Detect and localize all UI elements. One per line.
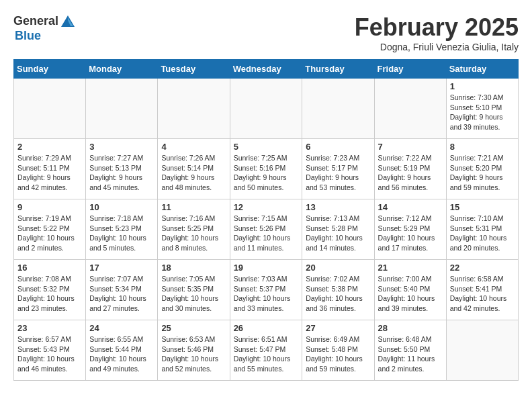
day-number: 21 — [378, 263, 443, 273]
day-cell: 17Sunrise: 7:07 AM Sunset: 5:34 PM Dayli… — [86, 260, 158, 320]
day-number: 12 — [234, 202, 299, 212]
title-area: February 2025 Dogna, Friuli Venezia Giul… — [355, 13, 519, 52]
column-header-sunday: Sunday — [14, 60, 86, 79]
day-cell: 18Sunrise: 7:05 AM Sunset: 5:35 PM Dayli… — [158, 260, 230, 320]
column-header-saturday: Saturday — [446, 60, 518, 79]
day-cell — [230, 79, 302, 139]
day-cell: 13Sunrise: 7:13 AM Sunset: 5:28 PM Dayli… — [302, 199, 374, 260]
day-info: Sunrise: 7:29 AM Sunset: 5:11 PM Dayligh… — [17, 153, 82, 193]
day-cell: 7Sunrise: 7:22 AM Sunset: 5:19 PM Daylig… — [374, 139, 446, 199]
day-cell: 25Sunrise: 6:53 AM Sunset: 5:46 PM Dayli… — [158, 320, 230, 381]
day-number: 19 — [234, 263, 299, 273]
day-number: 9 — [17, 202, 82, 212]
day-cell: 27Sunrise: 6:49 AM Sunset: 5:48 PM Dayli… — [302, 320, 374, 381]
day-info: Sunrise: 6:55 AM Sunset: 5:44 PM Dayligh… — [89, 334, 154, 374]
day-cell: 19Sunrise: 7:03 AM Sunset: 5:37 PM Dayli… — [230, 260, 302, 320]
day-info: Sunrise: 6:48 AM Sunset: 5:50 PM Dayligh… — [378, 334, 443, 374]
day-info: Sunrise: 6:49 AM Sunset: 5:48 PM Dayligh… — [306, 334, 370, 374]
day-info: Sunrise: 7:07 AM Sunset: 5:34 PM Dayligh… — [89, 274, 154, 314]
day-number: 10 — [89, 202, 154, 212]
day-cell: 11Sunrise: 7:16 AM Sunset: 5:25 PM Dayli… — [158, 199, 230, 260]
logo-blue-text: Blue — [15, 30, 76, 43]
day-info: Sunrise: 6:53 AM Sunset: 5:46 PM Dayligh… — [161, 334, 226, 374]
day-cell: 16Sunrise: 7:08 AM Sunset: 5:32 PM Dayli… — [14, 260, 86, 320]
day-info: Sunrise: 7:27 AM Sunset: 5:13 PM Dayligh… — [89, 153, 154, 193]
day-info: Sunrise: 7:08 AM Sunset: 5:32 PM Dayligh… — [17, 274, 82, 314]
day-cell — [158, 79, 230, 139]
day-info: Sunrise: 6:58 AM Sunset: 5:41 PM Dayligh… — [450, 274, 515, 314]
day-number: 24 — [89, 323, 154, 333]
day-info: Sunrise: 7:18 AM Sunset: 5:23 PM Dayligh… — [89, 214, 154, 253]
day-cell — [14, 79, 86, 139]
day-cell — [446, 320, 518, 381]
day-number: 1 — [450, 81, 515, 91]
day-info: Sunrise: 7:15 AM Sunset: 5:26 PM Dayligh… — [234, 214, 299, 253]
day-cell: 3Sunrise: 7:27 AM Sunset: 5:13 PM Daylig… — [86, 139, 158, 199]
day-cell: 6Sunrise: 7:23 AM Sunset: 5:17 PM Daylig… — [302, 139, 374, 199]
day-cell: 9Sunrise: 7:19 AM Sunset: 5:22 PM Daylig… — [14, 199, 86, 260]
day-number: 17 — [89, 263, 154, 273]
day-cell — [86, 79, 158, 139]
day-cell: 26Sunrise: 6:51 AM Sunset: 5:47 PM Dayli… — [230, 320, 302, 381]
day-number: 22 — [450, 263, 515, 273]
day-number: 13 — [306, 202, 370, 212]
day-number: 2 — [17, 142, 82, 152]
day-cell: 20Sunrise: 7:02 AM Sunset: 5:38 PM Dayli… — [302, 260, 374, 320]
column-header-wednesday: Wednesday — [230, 60, 302, 79]
logo-icon — [60, 13, 76, 30]
week-row-5: 23Sunrise: 6:57 AM Sunset: 5:43 PM Dayli… — [14, 320, 519, 381]
day-cell: 4Sunrise: 7:26 AM Sunset: 5:14 PM Daylig… — [158, 139, 230, 199]
day-info: Sunrise: 7:23 AM Sunset: 5:17 PM Dayligh… — [306, 153, 370, 193]
day-cell: 1Sunrise: 7:30 AM Sunset: 5:10 PM Daylig… — [446, 79, 518, 139]
day-number: 23 — [17, 323, 82, 333]
day-cell: 12Sunrise: 7:15 AM Sunset: 5:26 PM Dayli… — [230, 199, 302, 260]
day-cell: 21Sunrise: 7:00 AM Sunset: 5:40 PM Dayli… — [374, 260, 446, 320]
week-row-1: 1Sunrise: 7:30 AM Sunset: 5:10 PM Daylig… — [14, 79, 519, 139]
day-number: 25 — [161, 323, 226, 333]
day-info: Sunrise: 7:13 AM Sunset: 5:28 PM Dayligh… — [306, 214, 370, 253]
day-number: 5 — [234, 142, 299, 152]
day-cell: 22Sunrise: 6:58 AM Sunset: 5:41 PM Dayli… — [446, 260, 518, 320]
day-number: 14 — [378, 202, 443, 212]
column-header-monday: Monday — [86, 60, 158, 79]
calendar-title: February 2025 — [355, 13, 519, 42]
day-cell: 14Sunrise: 7:12 AM Sunset: 5:29 PM Dayli… — [374, 199, 446, 260]
day-number: 20 — [306, 263, 370, 273]
column-header-friday: Friday — [374, 60, 446, 79]
day-info: Sunrise: 7:26 AM Sunset: 5:14 PM Dayligh… — [161, 153, 226, 193]
day-cell — [302, 79, 374, 139]
logo: General Blue — [13, 13, 76, 43]
day-number: 16 — [17, 263, 82, 273]
day-number: 28 — [378, 323, 443, 333]
day-cell: 5Sunrise: 7:25 AM Sunset: 5:16 PM Daylig… — [230, 139, 302, 199]
day-number: 11 — [161, 202, 226, 212]
day-info: Sunrise: 7:03 AM Sunset: 5:37 PM Dayligh… — [234, 274, 299, 314]
day-cell: 2Sunrise: 7:29 AM Sunset: 5:11 PM Daylig… — [14, 139, 86, 199]
day-info: Sunrise: 7:30 AM Sunset: 5:10 PM Dayligh… — [450, 93, 515, 132]
day-info: Sunrise: 7:22 AM Sunset: 5:19 PM Dayligh… — [378, 153, 443, 193]
day-number: 27 — [306, 323, 370, 333]
day-cell: 28Sunrise: 6:48 AM Sunset: 5:50 PM Dayli… — [374, 320, 446, 381]
day-info: Sunrise: 6:51 AM Sunset: 5:47 PM Dayligh… — [234, 334, 299, 374]
week-row-3: 9Sunrise: 7:19 AM Sunset: 5:22 PM Daylig… — [14, 199, 519, 260]
day-number: 6 — [306, 142, 370, 152]
day-cell: 10Sunrise: 7:18 AM Sunset: 5:23 PM Dayli… — [86, 199, 158, 260]
day-info: Sunrise: 7:10 AM Sunset: 5:31 PM Dayligh… — [450, 214, 515, 253]
calendar-header-row: SundayMondayTuesdayWednesdayThursdayFrid… — [14, 60, 519, 79]
header: General Blue February 2025 Dogna, Friuli… — [13, 13, 519, 52]
day-info: Sunrise: 7:21 AM Sunset: 5:20 PM Dayligh… — [450, 153, 515, 193]
week-row-2: 2Sunrise: 7:29 AM Sunset: 5:11 PM Daylig… — [14, 139, 519, 199]
day-info: Sunrise: 7:05 AM Sunset: 5:35 PM Dayligh… — [161, 274, 226, 314]
day-number: 4 — [161, 142, 226, 152]
day-number: 3 — [89, 142, 154, 152]
day-info: Sunrise: 7:00 AM Sunset: 5:40 PM Dayligh… — [378, 274, 443, 314]
logo-general-text: General — [13, 15, 58, 28]
column-header-tuesday: Tuesday — [158, 60, 230, 79]
column-header-thursday: Thursday — [302, 60, 374, 79]
day-info: Sunrise: 7:16 AM Sunset: 5:25 PM Dayligh… — [161, 214, 226, 253]
day-cell: 15Sunrise: 7:10 AM Sunset: 5:31 PM Dayli… — [446, 199, 518, 260]
day-info: Sunrise: 6:57 AM Sunset: 5:43 PM Dayligh… — [17, 334, 82, 374]
day-info: Sunrise: 7:25 AM Sunset: 5:16 PM Dayligh… — [234, 153, 299, 193]
calendar-table: SundayMondayTuesdayWednesdayThursdayFrid… — [13, 59, 519, 381]
calendar-subtitle: Dogna, Friuli Venezia Giulia, Italy — [355, 42, 519, 52]
